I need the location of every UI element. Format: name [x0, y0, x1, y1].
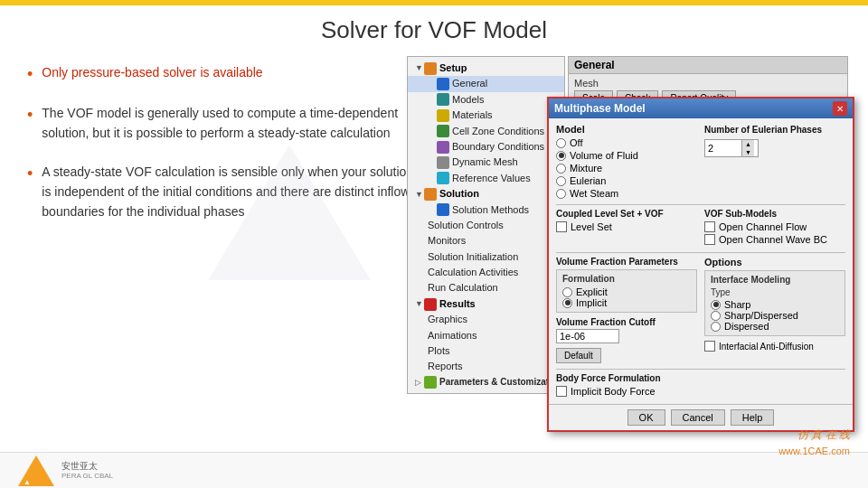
bullet-1: • Only pressure-based solver is availabl…	[27, 63, 416, 84]
radio-implicit[interactable]: Implicit	[562, 297, 691, 308]
radio-mixture[interactable]: Mixture	[556, 163, 697, 174]
radio-sd-input[interactable]	[711, 311, 721, 321]
radio-explicit-input[interactable]	[562, 287, 572, 297]
open-channel-flow-checkbox[interactable]: Open Channel Flow	[704, 221, 845, 232]
tree-materials[interactable]: Materials	[408, 108, 564, 123]
open-channel-wave-box[interactable]	[704, 234, 715, 245]
implicit-body-force-checkbox[interactable]: Implicit Body Force	[556, 386, 845, 397]
level-set-row: Coupled Level Set + VOF Level Set VOF Su…	[556, 209, 845, 247]
model-radio-group: Off Volume of Fluid Mixture Euleria	[556, 137, 697, 199]
sol-methods-label: Solution Methods	[452, 203, 529, 217]
models-label: Models	[452, 93, 484, 107]
radio-dispersed[interactable]: Dispersed	[711, 321, 839, 332]
num-eulerian-input[interactable]: ▲ ▼	[704, 139, 759, 157]
radio-wet-steam-input[interactable]	[556, 189, 566, 199]
dialog-footer: OK Cancel Help	[549, 404, 853, 430]
tree-solution-header[interactable]: ▼ Solution	[408, 186, 564, 202]
cancel-button[interactable]: Cancel	[671, 409, 725, 426]
radio-dispersed-input[interactable]	[711, 322, 721, 332]
setup-label: Setup	[439, 61, 467, 75]
dialog-close-button[interactable]: ✕	[833, 101, 847, 116]
tree-parameters[interactable]: ▷ Parameters & Customizati...	[408, 375, 564, 389]
radio-vof-input[interactable]	[556, 151, 566, 161]
radio-eulerian-input[interactable]	[556, 176, 566, 186]
radio-sharp-dispersed[interactable]: Sharp/Dispersed	[711, 310, 839, 321]
tree-graphics[interactable]: Graphics	[408, 312, 564, 327]
level-set-checkbox[interactable]: Level Set	[556, 221, 697, 232]
cell-zones-icon	[437, 125, 449, 137]
models-icon	[437, 93, 449, 106]
tree-run-calc[interactable]: Run Calculation	[408, 280, 564, 296]
tree-monitors[interactable]: Monitors	[408, 233, 564, 249]
animations-label: Animations	[428, 329, 476, 343]
dialog-title: Multiphase Model	[554, 102, 646, 115]
formulation-box: Formulation Explicit Implicit	[556, 269, 697, 313]
divider-1	[556, 204, 845, 205]
radio-implicit-label: Implicit	[576, 297, 607, 308]
interface-modeling-title: Interface Modeling	[711, 275, 839, 285]
bullet-text-1: Only pressure-based solver is available	[42, 63, 262, 83]
general-panel-title: General	[569, 57, 847, 74]
spinner-up[interactable]: ▲	[742, 140, 754, 148]
graphics-label: Graphics	[428, 313, 467, 326]
radio-wet-steam-label: Wet Steam	[570, 188, 618, 199]
reports-label: Reports	[428, 360, 463, 373]
radio-sharp-input[interactable]	[711, 300, 721, 310]
radio-off[interactable]: Off	[556, 137, 697, 148]
results-label: Results	[439, 297, 476, 311]
vol-fraction-title: Volume Fraction Parameters	[556, 257, 697, 267]
radio-eulerian-label: Eulerian	[570, 175, 606, 186]
coupled-col: Coupled Level Set + VOF Level Set	[556, 209, 697, 247]
tree-sol-methods[interactable]: Solution Methods	[408, 202, 564, 218]
tree-general[interactable]: General	[408, 76, 564, 91]
model-col: Model Off Volume of Fluid Mixture	[556, 124, 697, 199]
radio-explicit[interactable]: Explicit	[562, 286, 691, 297]
expand-icon: ▼	[415, 62, 424, 74]
vf-cutoff-title: Volume Fraction Cutoff	[556, 317, 697, 327]
solution-icon	[424, 188, 437, 201]
tree-cell-zones[interactable]: Cell Zone Conditions	[408, 124, 564, 139]
tree-sol-controls[interactable]: Solution Controls	[408, 218, 564, 233]
interfacial-anti-diff-box[interactable]	[704, 341, 715, 352]
radio-explicit-label: Explicit	[576, 286, 608, 297]
radio-off-input[interactable]	[556, 138, 566, 148]
default-button[interactable]: Default	[556, 348, 601, 363]
radio-wet-steam[interactable]: Wet Steam	[556, 188, 697, 199]
tree-results-header[interactable]: ▼ Results	[408, 296, 564, 312]
level-set-box[interactable]	[556, 221, 567, 232]
tree-calc-activities[interactable]: Calculation Activities	[408, 265, 564, 280]
num-eulerian-field[interactable]	[705, 142, 741, 155]
tree-boundary[interactable]: Boundary Conditions	[408, 139, 564, 155]
radio-mixture-input[interactable]	[556, 164, 566, 174]
watermark-text: 仿 真 在 线	[797, 427, 850, 443]
radio-implicit-input[interactable]	[562, 298, 572, 308]
implicit-body-force-box[interactable]	[556, 386, 567, 397]
ok-button[interactable]: OK	[627, 409, 665, 426]
tree-setup-header[interactable]: ▼ Setup	[408, 61, 564, 76]
tree-animations[interactable]: Animations	[408, 328, 564, 343]
page-title: Solver for VOF Model	[0, 16, 868, 44]
setup-icon	[424, 62, 437, 75]
tree-models[interactable]: Models	[408, 92, 564, 108]
tree-reference[interactable]: Reference Values	[408, 171, 564, 186]
vf-cutoff-input[interactable]	[556, 329, 619, 343]
help-button[interactable]: Help	[731, 409, 775, 426]
open-channel-flow-box[interactable]	[704, 221, 715, 232]
plots-label: Plots	[428, 344, 449, 358]
tree-dynamic-mesh[interactable]: Dynamic Mesh	[408, 155, 564, 170]
sol-init-label: Solution Initialization	[428, 250, 518, 264]
expand-params: ▷	[415, 377, 424, 389]
radio-sharp[interactable]: Sharp	[711, 299, 839, 310]
radio-sharp-label: Sharp	[724, 299, 750, 310]
open-channel-wave-checkbox[interactable]: Open Channel Wave BC	[704, 234, 845, 245]
radio-eulerian[interactable]: Eulerian	[556, 175, 697, 186]
interfacial-anti-diff-checkbox[interactable]: Interfacial Anti-Diffusion	[704, 341, 845, 352]
radio-vof[interactable]: Volume of Fluid	[556, 150, 697, 161]
spinner-down[interactable]: ▼	[742, 148, 754, 156]
logo-line1: 安世亚太	[61, 460, 113, 472]
tree-plots[interactable]: Plots	[408, 343, 564, 359]
tree-reports[interactable]: Reports	[408, 359, 564, 374]
radio-dispersed-label: Dispersed	[724, 321, 769, 332]
vol-fraction-col: Volume Fraction Parameters Formulation E…	[556, 257, 697, 363]
tree-sol-init[interactable]: Solution Initialization	[408, 249, 564, 265]
